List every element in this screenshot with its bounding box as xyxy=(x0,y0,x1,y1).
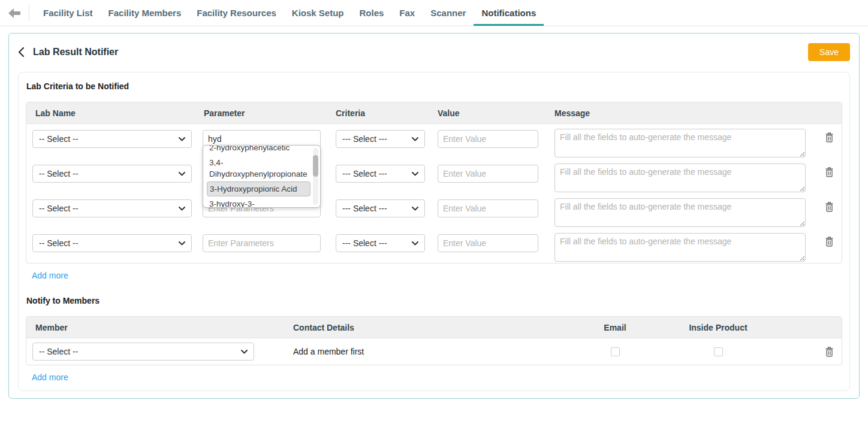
col-email: Email xyxy=(551,323,679,332)
members-section-heading: Notify to Members xyxy=(26,296,842,305)
criteria-row-3: -- Select -- --- Select --- xyxy=(26,193,842,228)
inside-product-checkbox[interactable] xyxy=(714,347,723,356)
col-contact-details: Contact Details xyxy=(288,323,551,332)
delete-member-button[interactable] xyxy=(825,347,834,357)
tab-roles[interactable]: Roles xyxy=(352,0,392,26)
criteria-row-2: -- Select -- --- Select --- xyxy=(26,159,842,193)
criteria-section-heading: Lab Criteria to be Notified xyxy=(26,81,842,91)
tab-facility-members[interactable]: Facility Members xyxy=(101,0,189,26)
panel-header: Lab Result Notifier Save xyxy=(18,43,850,61)
delete-row-button[interactable] xyxy=(825,132,834,143)
trash-icon xyxy=(825,202,834,212)
page-title-text: Lab Result Notifier xyxy=(33,47,118,57)
lab-result-notifier-panel: Lab Result Notifier Save Lab Criteria to… xyxy=(8,33,860,399)
criteria-select[interactable]: --- Select --- xyxy=(336,234,425,252)
criteria-row-1: -- Select -- 2-hydroxyphenylacetic 3,4-D… xyxy=(26,124,842,159)
criteria-select[interactable]: --- Select --- xyxy=(336,130,425,148)
arrow-left-icon xyxy=(8,8,22,18)
chevron-down-icon xyxy=(241,350,248,354)
add-more-members-link[interactable]: Add more xyxy=(32,373,68,382)
chevron-left-icon xyxy=(18,47,24,57)
autocomplete-option[interactable]: 3-hydroxy-3- methylglutaric xyxy=(207,196,311,208)
col-member: Member xyxy=(26,323,288,332)
message-textarea[interactable] xyxy=(554,233,806,262)
parameter-autocomplete-dropdown: 2-hydroxyphenylacetic 3,4-Dihydroxypheny… xyxy=(203,145,321,208)
tab-scanner[interactable]: Scanner xyxy=(423,0,474,26)
tab-bar: Facility List Facility Members Facility … xyxy=(35,0,544,26)
value-input[interactable] xyxy=(438,130,538,148)
message-textarea[interactable] xyxy=(554,198,806,227)
nav-divider xyxy=(29,4,29,22)
message-textarea[interactable] xyxy=(554,129,806,158)
chevron-down-icon xyxy=(179,207,185,211)
col-lab-name: Lab Name xyxy=(26,108,203,118)
chevron-down-icon xyxy=(412,207,418,211)
chevron-down-icon xyxy=(412,137,418,141)
tab-facility-list[interactable]: Facility List xyxy=(35,0,101,26)
lab-name-select[interactable]: -- Select -- xyxy=(32,130,192,148)
col-inside-product: Inside Product xyxy=(679,323,758,332)
members-table: Member Contact Details Email Inside Prod… xyxy=(26,316,842,365)
delete-row-button[interactable] xyxy=(825,237,834,247)
chevron-down-icon xyxy=(179,172,185,176)
tab-facility-resources[interactable]: Facility Resources xyxy=(189,0,284,26)
trash-icon xyxy=(825,347,834,357)
member-select[interactable]: -- Select -- xyxy=(32,343,254,361)
trash-icon xyxy=(825,167,834,177)
autocomplete-option[interactable]: 3,4-Dihydroxyphenylpropionate xyxy=(207,155,311,181)
email-checkbox[interactable] xyxy=(611,347,620,356)
autocomplete-option[interactable]: 2-hydroxyphenylacetic xyxy=(207,145,311,155)
parameter-input[interactable] xyxy=(203,234,321,252)
notifier-card: Lab Criteria to be Notified Lab Name Par… xyxy=(18,72,850,391)
members-table-header: Member Contact Details Email Inside Prod… xyxy=(26,317,842,338)
col-criteria: Criteria xyxy=(332,108,434,118)
chevron-down-icon xyxy=(179,137,185,141)
nav-back-button[interactable] xyxy=(0,0,29,26)
chevron-down-icon xyxy=(412,172,418,176)
delete-row-button[interactable] xyxy=(825,202,834,212)
col-value: Value xyxy=(434,108,550,118)
value-input[interactable] xyxy=(438,199,538,217)
criteria-row-4: -- Select -- --- Select --- xyxy=(26,228,842,263)
tab-kiosk-setup[interactable]: Kiosk Setup xyxy=(284,0,352,26)
col-parameter: Parameter xyxy=(203,108,332,118)
lab-name-select[interactable]: -- Select -- xyxy=(32,199,192,217)
add-more-criteria-link[interactable]: Add more xyxy=(32,271,68,280)
trash-icon xyxy=(825,237,834,247)
criteria-select[interactable]: --- Select --- xyxy=(336,199,425,217)
message-textarea[interactable] xyxy=(554,163,806,192)
page-title: Lab Result Notifier xyxy=(18,47,118,57)
criteria-table-header: Lab Name Parameter Criteria Value Messag… xyxy=(26,102,842,124)
top-navigation: Facility List Facility Members Facility … xyxy=(0,0,868,26)
trash-icon xyxy=(825,132,834,143)
col-message: Message xyxy=(550,108,807,118)
autocomplete-option-highlighted[interactable]: 3-Hydroxypropionic Acid xyxy=(207,181,311,196)
contact-details-text: Add a member first xyxy=(288,347,364,356)
tab-notifications[interactable]: Notifications xyxy=(474,0,544,26)
chevron-down-icon xyxy=(179,241,185,246)
value-input[interactable] xyxy=(438,234,538,252)
title-back-button[interactable] xyxy=(18,47,24,57)
chevron-down-icon xyxy=(412,241,418,246)
value-input[interactable] xyxy=(438,165,538,183)
lab-name-select[interactable]: -- Select -- xyxy=(32,165,192,183)
lab-name-select[interactable]: -- Select -- xyxy=(32,234,192,252)
member-row-1: -- Select -- Add a member first xyxy=(26,338,842,365)
save-button[interactable]: Save xyxy=(808,43,850,61)
autocomplete-scrollbar-thumb[interactable] xyxy=(313,155,318,177)
criteria-table: Lab Name Parameter Criteria Value Messag… xyxy=(26,102,842,264)
delete-row-button[interactable] xyxy=(825,167,834,177)
criteria-select[interactable]: --- Select --- xyxy=(336,165,425,183)
tab-fax[interactable]: Fax xyxy=(391,0,423,26)
